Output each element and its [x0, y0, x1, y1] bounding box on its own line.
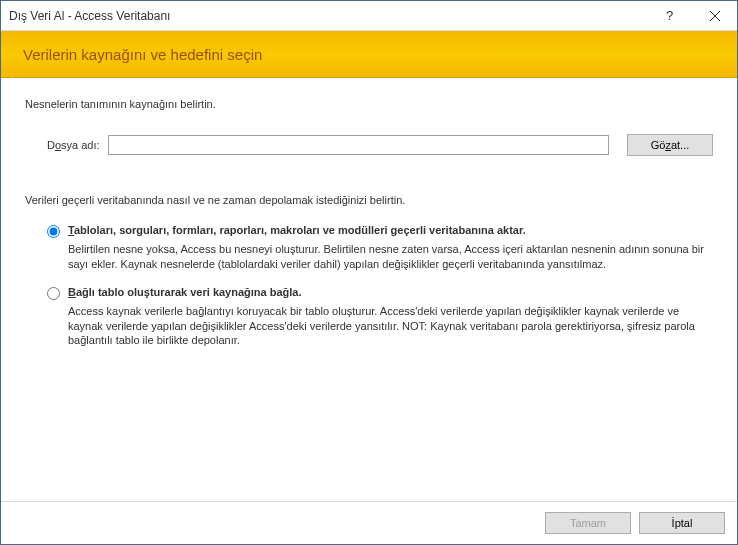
close-icon — [710, 11, 720, 21]
instruction-text: Nesnelerin tanımının kaynağını belirtin. — [25, 98, 713, 110]
ok-button[interactable]: Tamam — [545, 512, 631, 534]
content-area: Nesnelerin tanımının kaynağını belirtin.… — [1, 78, 737, 501]
titlebar: Dış Veri Al - Access Veritabanı ? — [1, 1, 737, 31]
option-import-head: Tabloları, sorguları, formları, raporlar… — [47, 224, 713, 238]
file-input[interactable] — [108, 135, 609, 155]
browse-button[interactable]: Gözat... — [627, 134, 713, 156]
banner-heading: Verilerin kaynağını ve hedefini seçin — [23, 46, 715, 63]
dialog-window: Dış Veri Al - Access Veritabanı ? Verile… — [0, 0, 738, 545]
options-group: Tabloları, sorguları, formları, raporlar… — [25, 224, 713, 348]
option-import-radio[interactable] — [47, 225, 60, 238]
footer: Tamam İptal — [1, 501, 737, 544]
file-row: Dosya adı: Gözat... — [25, 134, 713, 156]
window-title: Dış Veri Al - Access Veritabanı — [9, 9, 647, 23]
close-button[interactable] — [692, 1, 737, 31]
option-link: Bağlı tablo oluşturarak veri kaynağına b… — [47, 286, 713, 349]
section-label: Verileri geçerli veritabanında nasıl ve … — [25, 194, 713, 206]
help-button[interactable]: ? — [647, 1, 692, 31]
option-link-radio[interactable] — [47, 287, 60, 300]
file-label: Dosya adı: — [47, 139, 100, 151]
option-import: Tabloları, sorguları, formları, raporlar… — [47, 224, 713, 272]
option-link-label[interactable]: Bağlı tablo oluşturarak veri kaynağına b… — [68, 286, 302, 298]
option-link-head: Bağlı tablo oluşturarak veri kaynağına b… — [47, 286, 713, 300]
cancel-button[interactable]: İptal — [639, 512, 725, 534]
option-link-desc: Access kaynak verilerle bağlantıyı koruy… — [47, 304, 713, 349]
option-import-label[interactable]: Tabloları, sorguları, formları, raporlar… — [68, 224, 526, 236]
option-import-desc: Belirtilen nesne yoksa, Access bu nesney… — [47, 242, 713, 272]
banner: Verilerin kaynağını ve hedefini seçin — [1, 31, 737, 78]
